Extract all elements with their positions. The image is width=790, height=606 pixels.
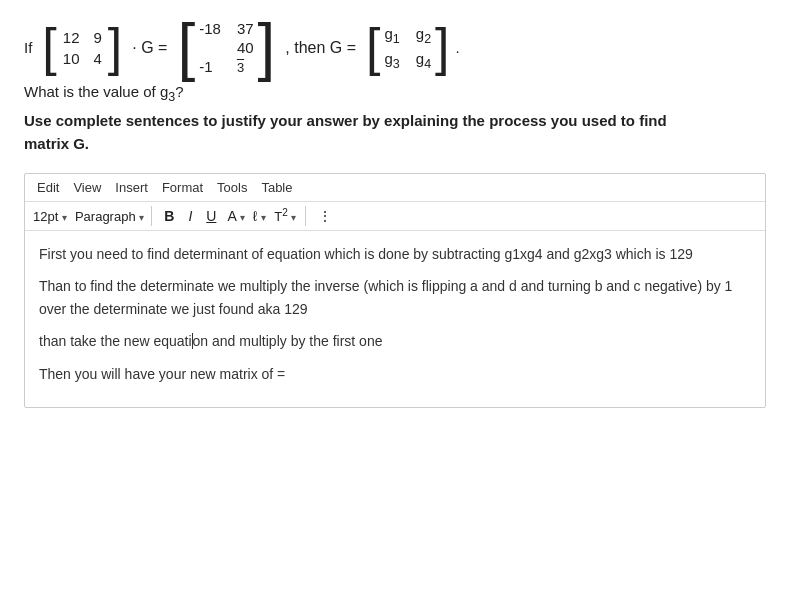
more-options-button[interactable]: ⋮ <box>313 206 337 226</box>
pencil-button[interactable]: ℓ ▾ <box>253 208 266 224</box>
paragraph-selector[interactable]: Paragraph ▾ <box>75 209 144 224</box>
bracket-left-a: [ <box>42 25 56 69</box>
menu-insert[interactable]: Insert <box>111 178 152 197</box>
toolbar-divider-1 <box>151 206 152 226</box>
editor-container: Edit View Insert Format Tools Table 12pt… <box>24 173 766 408</box>
instruction-text: Use complete sentences to justify your a… <box>24 110 766 155</box>
cell-a22: 4 <box>93 50 101 67</box>
menu-tools[interactable]: Tools <box>213 178 251 197</box>
matrix-a-grid: 12 9 10 4 <box>57 27 108 69</box>
bracket-right-a: ] <box>108 25 122 69</box>
cell-a12: 9 <box>93 29 101 46</box>
bold-button[interactable]: B <box>159 206 179 226</box>
bracket-left-b: [ <box>177 23 195 73</box>
paragraph-1: First you need to find determinant of eq… <box>39 243 751 265</box>
cell-g12: g2 <box>416 25 431 46</box>
cell-b32: 3 <box>237 58 254 75</box>
font-color-button[interactable]: A ▾ <box>227 208 244 224</box>
cell-g22: g4 <box>416 50 431 71</box>
cell-a21: 10 <box>63 50 80 67</box>
dot-g-label: · G = <box>132 39 167 57</box>
editor-menubar: Edit View Insert Format Tools Table <box>25 174 765 201</box>
italic-button[interactable]: I <box>183 206 197 226</box>
editor-toolbar: 12pt ▾ Paragraph ▾ B I U A ▾ ℓ ▾ T2 ▾ ⋮ <box>25 201 765 231</box>
font-size-selector[interactable]: 12pt ▾ <box>33 209 67 224</box>
cell-b22: 40 <box>237 39 254 56</box>
superscript-button[interactable]: T2 ▾ <box>274 207 296 224</box>
menu-view[interactable]: View <box>69 178 105 197</box>
cell-g11: g1 <box>385 25 400 46</box>
cell-b12: 37 <box>237 20 254 37</box>
menu-format[interactable]: Format <box>158 178 207 197</box>
question-text: What is the value of g3? <box>24 83 766 104</box>
underline-button[interactable]: U <box>201 206 221 226</box>
paragraph-3: than take the new equation and multiply … <box>39 330 751 352</box>
matrix-b: [ -18 37 40 -1 3 ] <box>177 18 275 77</box>
cell-a11: 12 <box>63 29 80 46</box>
matrix-b-grid: -18 37 40 -1 3 <box>195 18 257 77</box>
matrix-g: [ g1 g2 g3 g4 ] <box>366 23 450 73</box>
editor-content[interactable]: First you need to find determinant of eq… <box>25 231 765 407</box>
matrix-equation: If [ 12 9 10 4 ] · G = [ -18 37 40 -1 3 <box>24 18 766 77</box>
bracket-right-b: ] <box>258 23 276 73</box>
then-g-label: , then G = <box>285 39 356 57</box>
cell-g21: g3 <box>385 50 400 71</box>
paragraph-4: Then you will have your new matrix of = <box>39 363 751 385</box>
menu-edit[interactable]: Edit <box>33 178 63 197</box>
paragraph-2: Than to find the determinate we multiply… <box>39 275 751 320</box>
menu-table[interactable]: Table <box>257 178 296 197</box>
matrix-g-grid: g1 g2 g3 g4 <box>381 23 436 73</box>
if-label: If <box>24 39 32 56</box>
bracket-left-g: [ <box>366 25 380 69</box>
period: . <box>456 39 460 56</box>
problem-section: If [ 12 9 10 4 ] · G = [ -18 37 40 -1 3 <box>24 18 766 155</box>
cell-b31: -1 <box>199 58 221 75</box>
cell-b11: -18 <box>199 20 221 37</box>
matrix-a: [ 12 9 10 4 ] <box>42 25 122 69</box>
toolbar-divider-2 <box>305 206 306 226</box>
bracket-right-g: ] <box>435 25 449 69</box>
